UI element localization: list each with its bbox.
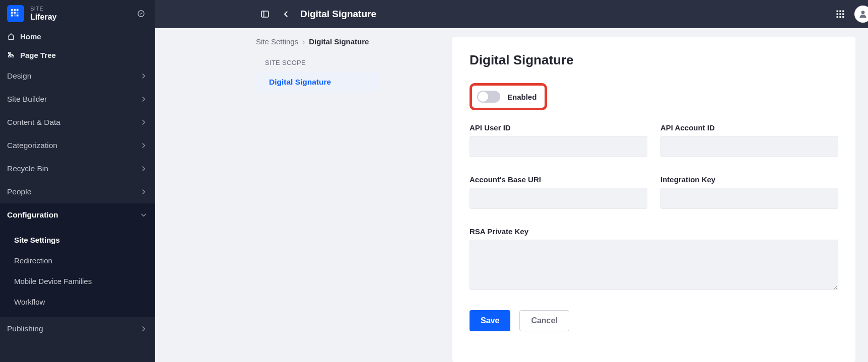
input-integration-key[interactable] (660, 188, 838, 209)
svg-rect-8 (17, 15, 19, 17)
user-avatar[interactable] (854, 6, 868, 23)
svg-rect-3 (11, 12, 13, 14)
home-icon (7, 33, 15, 41)
site-labels: SITE Liferay (30, 6, 128, 22)
chevron-right-icon (139, 324, 148, 333)
svg-rect-23 (839, 16, 841, 18)
tree-icon (7, 51, 15, 59)
sidebar-item-home[interactable]: Home (0, 27, 155, 46)
chevron-right-icon (139, 164, 148, 173)
compass-icon (137, 10, 145, 18)
publishing-label: Publishing (7, 324, 43, 333)
svg-rect-14 (261, 11, 269, 17)
label-integration-key: Integration Key (660, 175, 838, 184)
people-label: People (7, 187, 31, 196)
svg-rect-7 (14, 15, 16, 17)
svg-rect-6 (11, 15, 13, 17)
apps-grid-button[interactable] (833, 7, 847, 21)
enabled-label: Enabled (507, 93, 537, 101)
chevron-right-icon (139, 71, 148, 81)
svg-rect-17 (839, 11, 841, 12)
chevron-right-icon (139, 141, 148, 150)
svg-rect-22 (837, 16, 838, 18)
design-label: Design (7, 71, 31, 81)
svg-rect-2 (17, 9, 19, 11)
label-base-uri: Account's Base URI (470, 175, 647, 184)
configuration-subnav: Site Settings Redirection Mobile Device … (0, 227, 155, 317)
input-api-user-id[interactable] (470, 136, 647, 157)
form-title: Digital Signature (470, 52, 838, 68)
chevron-right-icon (139, 118, 148, 127)
svg-rect-16 (837, 11, 838, 12)
svg-rect-1 (14, 9, 16, 11)
user-icon (858, 9, 868, 19)
chevron-down-icon (139, 210, 148, 220)
field-api-user-id: API User ID (470, 123, 647, 157)
liferay-logo-icon (10, 8, 21, 19)
svg-rect-24 (842, 16, 844, 18)
svg-rect-12 (9, 55, 11, 57)
panel-toggle-button[interactable] (258, 7, 272, 21)
panel-icon (260, 10, 270, 19)
sidebar-header: SITE Liferay (0, 0, 155, 27)
content: Site Settings › Digital Signature SITE S… (155, 28, 868, 362)
sidebar: SITE Liferay Home Page Tree (0, 0, 155, 362)
breadcrumb-current: Digital Signature (309, 37, 369, 46)
content-data-label: Content & Data (7, 118, 60, 127)
sidebar-group-configuration[interactable]: Configuration (0, 203, 155, 227)
enabled-toggle[interactable] (477, 91, 500, 103)
breadcrumb-separator-icon: › (302, 37, 305, 46)
svg-point-25 (861, 11, 865, 14)
site-name: Liferay (30, 12, 128, 22)
settings-card: Digital Signature Enabled API User ID AP… (452, 37, 855, 362)
site-type-label: SITE (30, 6, 128, 12)
svg-rect-0 (11, 9, 13, 11)
compass-button[interactable] (134, 7, 148, 21)
breadcrumb: Site Settings › Digital Signature (256, 37, 392, 46)
subnav-workflow[interactable]: Workflow (0, 292, 155, 312)
left-column: Site Settings › Digital Signature SITE S… (256, 37, 392, 362)
input-rsa-key[interactable] (470, 240, 838, 290)
svg-rect-13 (12, 55, 14, 57)
breadcrumb-root[interactable]: Site Settings (256, 37, 298, 46)
sidebar-group-content-data[interactable]: Content & Data (0, 111, 155, 134)
svg-rect-5 (17, 12, 19, 14)
input-base-uri[interactable] (470, 188, 647, 209)
sidebar-group-site-builder[interactable]: Site Builder (0, 88, 155, 111)
back-button[interactable] (279, 7, 293, 21)
subnav-mobile-device-families[interactable]: Mobile Device Families (0, 271, 155, 292)
sidebar-group-publishing[interactable]: Publishing (0, 317, 155, 340)
sidebar-group-people[interactable]: People (0, 180, 155, 203)
subnav-site-settings[interactable]: Site Settings (0, 230, 155, 250)
site-logo[interactable] (7, 5, 24, 22)
label-api-user-id: API User ID (470, 123, 647, 132)
home-label: Home (20, 32, 41, 41)
save-button[interactable]: Save (470, 310, 510, 331)
configuration-label: Configuration (7, 210, 58, 220)
field-api-account-id: API Account ID (660, 123, 838, 157)
subnav-redirection[interactable]: Redirection (0, 250, 155, 271)
chevron-right-icon (139, 187, 148, 196)
svg-rect-20 (839, 13, 841, 15)
cancel-button[interactable]: Cancel (519, 310, 569, 331)
svg-rect-11 (9, 52, 11, 54)
chevron-left-icon (282, 10, 291, 19)
svg-rect-21 (842, 13, 844, 15)
form-actions: Save Cancel (470, 310, 838, 331)
input-api-account-id[interactable] (660, 136, 838, 157)
svg-marker-10 (140, 13, 142, 15)
sidebar-group-recycle-bin[interactable]: Recycle Bin (0, 157, 155, 180)
topbar: Digital Signature (155, 0, 868, 28)
page-title: Digital Signature (300, 9, 376, 20)
svg-rect-18 (842, 11, 844, 12)
sidebar-group-categorization[interactable]: Categorization (0, 134, 155, 157)
main: Digital Signature Site Settings (155, 0, 868, 362)
apps-grid-icon (835, 9, 845, 19)
chevron-right-icon (139, 95, 148, 104)
recycle-bin-label: Recycle Bin (7, 164, 48, 173)
sidebar-item-page-tree[interactable]: Page Tree (0, 46, 155, 64)
toggle-thumb (478, 92, 488, 102)
sidebar-group-design[interactable]: Design (0, 64, 155, 88)
scope-item-digital-signature[interactable]: Digital Signature (256, 71, 380, 93)
label-rsa-key: RSA Private Key (470, 227, 838, 236)
